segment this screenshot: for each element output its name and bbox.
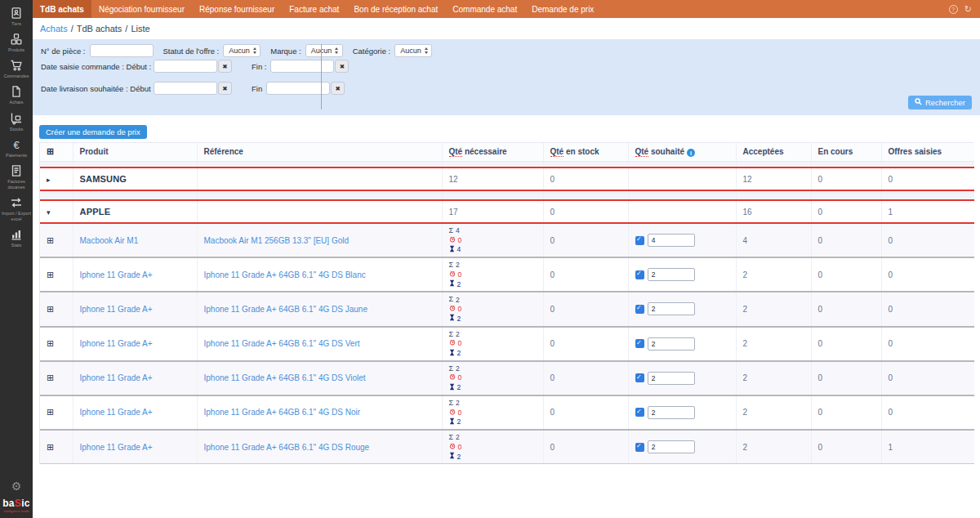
sidebar-item-tiers[interactable]: Tiers [0, 3, 33, 29]
product-link[interactable]: Iphone 11 Grade A+ [80, 339, 153, 348]
sidebar-item-factures-douanes[interactable]: Factures douanes [0, 161, 33, 193]
clear-icon[interactable]: ✖ [218, 82, 232, 95]
refresh-icon[interactable]: ↻ [964, 5, 972, 14]
souhaite-input[interactable] [648, 302, 695, 315]
nav-tab-bon-reception-achat[interactable]: Bon de réception achat [346, 0, 445, 18]
cell-en-cours: 0 [811, 395, 881, 430]
caret-down-icon[interactable]: ▾ [47, 208, 51, 217]
create-price-request-button[interactable]: Créer une demande de prix [39, 125, 147, 139]
souhaite-input[interactable] [648, 406, 695, 419]
order-entry-start-input[interactable] [154, 60, 217, 73]
order-entry-end-input[interactable] [270, 60, 334, 73]
info-icon[interactable]: i [687, 149, 695, 157]
transfer-arrows-icon [10, 196, 23, 209]
cell-offres-saisies: 0 [881, 292, 974, 326]
delivery-start-input[interactable] [154, 82, 217, 95]
caret-right-icon[interactable]: ▸ [47, 176, 51, 184]
cell-qte-en-stock: 0 [543, 361, 628, 395]
souhaite-checkbox[interactable] [635, 443, 644, 452]
search-button[interactable]: Rechercher [908, 96, 972, 109]
dropdown-arrow-icon [425, 47, 428, 54]
breadcrumb: Achats / TdB achats / Liste [33, 18, 980, 39]
group-qte-en-stock: 0 [543, 200, 628, 223]
brand-select[interactable]: Aucun [305, 44, 343, 57]
product-link[interactable]: Iphone 11 Grade A+ [80, 443, 153, 452]
piece-number-input[interactable] [90, 44, 154, 57]
cell-qte-en-stock: 0 [543, 430, 628, 464]
sidebar-item-commandes[interactable]: Commandes [0, 56, 33, 82]
expand-row-icon[interactable]: ⊞ [47, 338, 54, 348]
reference-link[interactable]: Iphone 11 Grade A+ 64GB 6.1" 4G DS Rouge [204, 443, 370, 452]
expand-row-icon[interactable]: ⊞ [47, 407, 54, 417]
product-link[interactable]: Iphone 11 Grade A+ [80, 373, 153, 382]
souhaite-checkbox[interactable] [635, 305, 644, 314]
product-link[interactable]: Iphone 11 Grade A+ [80, 305, 153, 314]
help-icon[interactable]: ? [949, 5, 958, 14]
dropdown-arrow-icon [253, 47, 256, 54]
souhaite-input[interactable] [648, 337, 695, 351]
souhaite-checkbox[interactable] [635, 339, 644, 348]
expand-all-icon[interactable]: ⊞ [47, 146, 54, 156]
expand-row-icon[interactable]: ⊞ [47, 304, 54, 314]
breadcrumb-view: Liste [131, 24, 149, 33]
table-header-row: ⊞ Produit Référence Qté nécessaire Qté e… [40, 143, 974, 161]
cell-offres-saisies: 0 [881, 223, 974, 257]
col-header-acceptees: Acceptées [736, 143, 811, 161]
breadcrumb-separator: / [71, 24, 74, 33]
cell-en-cours: 0 [811, 361, 881, 395]
nav-tab-negociation-fournisseur[interactable]: Négociation fournisseur [91, 0, 192, 18]
sidebar-item-label: Stocks [10, 127, 24, 132]
settings-gear-icon[interactable]: ⚙ [11, 480, 22, 492]
reference-link[interactable]: Iphone 11 Grade A+ 64GB 6.1" 4G DS Blanc [204, 270, 366, 279]
souhaite-input[interactable] [648, 234, 695, 247]
sidebar-item-achats[interactable]: Achats [0, 82, 33, 108]
sidebar-item-stats[interactable]: Stats [0, 225, 33, 251]
expand-row-icon[interactable]: ⊞ [47, 235, 54, 245]
reference-link[interactable]: Iphone 11 Grade A+ 64GB 6.1" 4G DS Vert [204, 339, 360, 348]
clear-icon[interactable]: ✖ [218, 60, 232, 73]
sidebar-item-paiements[interactable]: € Paiements [0, 135, 33, 161]
topbar-right-actions: ? ↻ [949, 0, 980, 18]
product-link[interactable]: Iphone 11 Grade A+ [80, 270, 153, 279]
sidebar-item-produits[interactable]: Produits [0, 29, 33, 56]
expand-row-icon[interactable]: ⊞ [47, 270, 54, 279]
cell-en-cours: 0 [811, 327, 881, 361]
expand-row-icon[interactable]: ⊞ [47, 442, 54, 452]
reference-link[interactable]: Iphone 11 Grade A+ 64GB 6.1" 4G DS Noir [204, 408, 361, 417]
cell-acceptees: 2 [736, 395, 811, 430]
clear-icon[interactable]: ✖ [331, 82, 345, 95]
category-select[interactable]: Aucun [394, 44, 432, 57]
breadcrumb-separator: / [125, 24, 127, 33]
handtruck-icon [10, 112, 23, 125]
col-header-offres-saisies: Offres saisies [881, 143, 974, 161]
search-icon [915, 98, 922, 107]
nav-tab-reponse-fournisseur[interactable]: Réponse fournisseur [192, 0, 282, 18]
souhaite-input[interactable] [648, 440, 695, 453]
nav-tab-demande-de-prix[interactable]: Demande de prix [524, 0, 601, 18]
nav-tab-facture-achat[interactable]: Facture achat [282, 0, 346, 18]
product-link[interactable]: Macbook Air M1 [80, 236, 139, 245]
product-link[interactable]: Iphone 11 Grade A+ [80, 408, 153, 417]
souhaite-checkbox[interactable] [635, 408, 644, 417]
souhaite-checkbox[interactable] [635, 236, 644, 245]
nav-tab-commande-achat[interactable]: Commande achat [445, 0, 524, 18]
hourglass-icon [449, 383, 455, 392]
nav-tab-tdb-achats[interactable]: TdB achats [33, 0, 91, 18]
sum-sigma-icon: Σ [449, 399, 454, 408]
sidebar-item-label: Tiers [11, 21, 21, 27]
clear-icon[interactable]: ✖ [335, 60, 349, 73]
offer-status-select[interactable]: Aucun [223, 44, 261, 57]
expand-row-icon[interactable]: ⊞ [47, 373, 54, 382]
brand-label: Marque : [270, 47, 301, 56]
sidebar-item-stocks[interactable]: Stocks [0, 109, 33, 135]
sidebar-item-import-export[interactable]: Import / Export excel [0, 193, 33, 225]
souhaite-input[interactable] [648, 372, 695, 385]
souhaite-input[interactable] [648, 268, 695, 281]
app-logo: baSic [2, 498, 30, 508]
reference-link[interactable]: Iphone 11 Grade A+ 64GB 6.1" 4G DS Viole… [204, 373, 366, 382]
souhaite-checkbox[interactable] [635, 373, 644, 382]
souhaite-checkbox[interactable] [635, 270, 644, 279]
breadcrumb-link-achats[interactable]: Achats [40, 24, 68, 33]
reference-link[interactable]: Iphone 11 Grade A+ 64GB 6.1" 4G DS Jaune [204, 305, 368, 314]
reference-link[interactable]: Macbook Air M1 256GB 13.3" [EU] Gold [204, 236, 350, 245]
